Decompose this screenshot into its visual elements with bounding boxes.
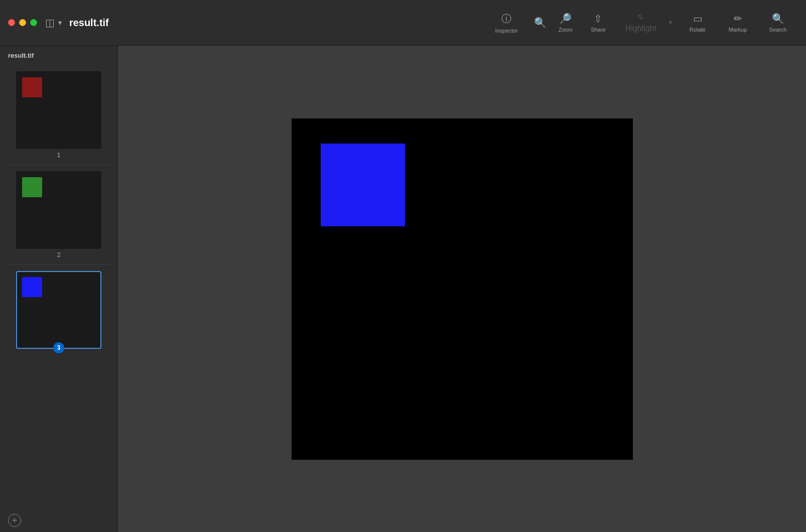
share-icon: ⇧ — [594, 13, 602, 25]
search-label: Search — [769, 27, 787, 33]
maximize-button[interactable] — [30, 19, 37, 26]
sidebar-title: result.tif — [0, 46, 117, 63]
highlight-button[interactable]: ✎ Highlight — [618, 10, 663, 36]
search-button[interactable]: 🔍 Search — [758, 10, 798, 36]
sidebar: result.tif 1 2 — [0, 46, 118, 532]
thumbnail-item-3[interactable]: 3 — [0, 267, 117, 360]
rotate-button[interactable]: ▭ Rotate — [678, 10, 718, 36]
inspector-button[interactable]: ⓘ Inspector — [485, 9, 528, 37]
sidebar-toggle-chevron: ▼ — [57, 19, 63, 27]
rotate-icon: ▭ — [693, 13, 703, 25]
minimize-button[interactable] — [19, 19, 26, 26]
toolbar-actions: ⓘ Inspector 🔍 🔎 Zoom ⇧ Share ✎ Highlight… — [485, 9, 798, 37]
markup-label: Markup — [729, 27, 747, 33]
thumb-page-num-1: 1 — [57, 151, 60, 159]
image-canvas — [292, 118, 633, 460]
thumb-frame-3: 3 — [16, 271, 101, 349]
thumb-color-3 — [22, 277, 42, 297]
file-title: result.tif — [69, 17, 109, 29]
close-button[interactable] — [8, 19, 15, 26]
highlight-label: Highlight — [625, 24, 656, 33]
highlight-dropdown-button[interactable]: ▼ — [663, 16, 678, 29]
share-button[interactable]: ⇧ Share — [578, 10, 618, 36]
canvas-blue-rect — [321, 144, 405, 226]
highlight-group: ✎ Highlight ▼ — [618, 10, 678, 36]
highlight-chevron-icon: ▼ — [667, 19, 674, 26]
thumbnail-list: 1 2 3 — [0, 63, 117, 364]
thumb-separator-1 — [6, 165, 112, 165]
inspector-label: Inspector — [495, 28, 518, 34]
thumb-badge-3: 3 — [53, 342, 64, 353]
thumbnail-item-1[interactable]: 1 — [0, 67, 117, 163]
thumb-color-2 — [22, 177, 42, 197]
zoom-in-icon: 🔎 — [559, 13, 572, 25]
sidebar-toggle-button[interactable]: ◫ ▼ — [45, 17, 63, 29]
add-page-button[interactable]: + — [8, 514, 21, 527]
add-icon: + — [12, 516, 18, 525]
traffic-lights — [8, 19, 37, 26]
share-label: Share — [591, 27, 605, 33]
rotate-label: Rotate — [690, 27, 706, 33]
zoom-out-icon: 🔍 — [534, 17, 547, 29]
content-area — [118, 46, 806, 532]
thumb-frame-2 — [16, 171, 101, 249]
markup-button[interactable]: ✏ Markup — [718, 10, 758, 36]
markup-icon: ✏ — [734, 13, 742, 25]
thumb-page-num-2: 2 — [57, 251, 60, 258]
titlebar: ◫ ▼ result.tif ⓘ Inspector 🔍 🔎 Zoom ⇧ Sh… — [0, 0, 806, 46]
thumb-separator-2 — [6, 264, 112, 265]
thumb-color-1 — [22, 77, 42, 97]
sidebar-toggle-icon: ◫ — [45, 17, 55, 29]
zoom-out-button[interactable]: 🔍 — [528, 14, 553, 32]
search-icon: 🔍 — [772, 13, 784, 25]
sidebar-footer: + — [0, 509, 117, 532]
thumb-frame-1 — [16, 71, 101, 149]
highlight-icon: ✎ — [637, 13, 644, 22]
zoom-label: Zoom — [559, 27, 573, 33]
inspector-icon: ⓘ — [501, 12, 511, 26]
main-layout: result.tif 1 2 — [0, 46, 806, 532]
thumbnail-item-2[interactable]: 2 — [0, 167, 117, 262]
zoom-in-button[interactable]: 🔎 Zoom — [553, 10, 578, 36]
